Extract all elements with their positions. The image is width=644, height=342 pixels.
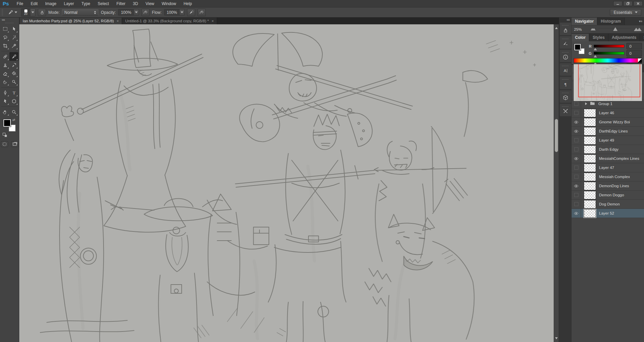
close-button[interactable]: [634, 1, 643, 6]
layer-name[interactable]: Group 1: [595, 102, 613, 106]
document-tab-active[interactable]: Ian Murderhobo Party.psd @ 25% (Layer 52…: [20, 18, 122, 24]
tool-brush[interactable]: [9, 52, 18, 61]
screen-mode-button[interactable]: [11, 141, 18, 147]
layer-row[interactable]: Demon Doggo: [572, 191, 644, 200]
menu-select[interactable]: Select: [94, 0, 113, 7]
visibility-toggle[interactable]: [572, 108, 581, 117]
layer-thumbnail[interactable]: [584, 209, 596, 218]
tool-quick-selection[interactable]: [9, 33, 18, 42]
tool-lasso[interactable]: [1, 33, 9, 42]
layer-thumbnail[interactable]: [584, 200, 596, 209]
panel-button-tool-presets[interactable]: ••••••: [560, 104, 571, 116]
menu-view[interactable]: View: [142, 0, 158, 7]
layer-name[interactable]: Darth Edgy: [596, 147, 619, 151]
tab-adjustments[interactable]: Adjustments: [608, 34, 640, 41]
layer-thumbnail[interactable]: [584, 191, 596, 199]
foreground-color-swatch[interactable]: [574, 44, 581, 50]
layer-name[interactable]: MessiahComplex Lines: [596, 156, 639, 161]
menu-filter[interactable]: Filter: [113, 0, 129, 7]
tool-eraser[interactable]: [1, 69, 9, 78]
menu-window[interactable]: Window: [158, 0, 180, 7]
channel-slider-thumb[interactable]: [594, 55, 597, 57]
layer-row[interactable]: Layer 47: [572, 163, 644, 172]
scroll-up-arrow[interactable]: [555, 27, 558, 29]
panel-button-brush-panel[interactable]: ••••••: [560, 23, 571, 35]
tool-smudge[interactable]: [1, 78, 9, 86]
menu-3d[interactable]: 3D: [129, 0, 142, 7]
panel-menu-icon[interactable]: ▾≡: [639, 18, 644, 25]
channel-slider-thumb[interactable]: [594, 48, 597, 50]
layer-name[interactable]: Gnome Wizzy Boi: [596, 120, 630, 124]
close-icon[interactable]: ×: [117, 19, 119, 23]
foreground-color-swatch[interactable]: [3, 119, 11, 127]
tool-dodge[interactable]: [9, 78, 18, 86]
layer-row[interactable]: Darth Edgy: [572, 145, 644, 154]
scrollbar-thumb[interactable]: [555, 119, 558, 152]
tool-clone-stamp[interactable]: [1, 61, 9, 69]
zoom-in-icon[interactable]: [634, 28, 642, 31]
layer-thumbnail[interactable]: [584, 118, 596, 126]
layer-thumbnail[interactable]: [584, 173, 596, 181]
expand-panels-icon[interactable]: ««: [567, 18, 572, 22]
layer-row[interactable]: DarthEdgy Lines: [572, 127, 644, 136]
tab-swatches[interactable]: Swatches: [640, 34, 644, 41]
tool-paint-bucket[interactable]: [9, 69, 18, 78]
scroll-down-arrow[interactable]: [555, 337, 558, 339]
visibility-toggle[interactable]: [572, 163, 581, 172]
layer-thumbnail[interactable]: [584, 136, 596, 145]
visibility-toggle[interactable]: [572, 200, 581, 209]
layer-thumbnail[interactable]: [584, 145, 596, 154]
tab-color[interactable]: Color: [572, 34, 589, 41]
canvas-viewport[interactable]: [19, 24, 559, 342]
visibility-toggle[interactable]: [572, 136, 581, 145]
visibility-toggle[interactable]: [572, 181, 581, 190]
channel-slider[interactable]: [594, 45, 624, 48]
tool-hand[interactable]: [1, 108, 9, 116]
menu-edit[interactable]: Edit: [27, 0, 42, 7]
layer-row[interactable]: Dog Demon: [572, 200, 644, 209]
channel-value[interactable]: 0: [626, 50, 642, 56]
tool-pen[interactable]: [1, 89, 9, 97]
zoom-out-icon[interactable]: [591, 28, 596, 30]
visibility-toggle[interactable]: [572, 118, 581, 126]
canvas-artwork[interactable]: [19, 24, 554, 342]
color-spectrum-ramp[interactable]: [574, 58, 642, 63]
tool-rectangular-marquee[interactable]: [1, 25, 9, 33]
navigator-viewbox[interactable]: [578, 59, 640, 97]
menu-type[interactable]: Type: [78, 0, 94, 7]
panel-button-brush-presets[interactable]: ••••••: [560, 36, 571, 49]
layer-thumbnail[interactable]: [584, 182, 596, 190]
tool-type[interactable]: [9, 89, 18, 97]
layer-thumbnail[interactable]: [584, 127, 596, 136]
visibility-toggle[interactable]: [572, 172, 581, 181]
blend-mode-select[interactable]: Normal: [62, 9, 98, 16]
zoom-slider-thumb[interactable]: [613, 27, 618, 31]
layer-name[interactable]: Layer 47: [596, 166, 614, 170]
opacity-combo[interactable]: 100%: [118, 9, 139, 16]
visibility-toggle[interactable]: [572, 127, 581, 136]
tool-healing-brush[interactable]: [1, 52, 9, 61]
vertical-scrollbar[interactable]: [554, 24, 559, 342]
layer-name[interactable]: Layer 49: [596, 138, 614, 142]
visibility-toggle[interactable]: [572, 209, 581, 218]
tool-shape[interactable]: [9, 97, 18, 105]
layer-row[interactable]: Gnome Wizzy Boi: [572, 118, 644, 127]
visibility-toggle[interactable]: [572, 154, 581, 163]
panel-button-character[interactable]: ••••••: [560, 63, 571, 76]
tab-navigator[interactable]: Navigator: [572, 18, 597, 25]
toggle-brush-panel-button[interactable]: [38, 9, 46, 16]
pressure-opacity-button[interactable]: [141, 9, 150, 16]
document-tab-inactive[interactable]: Untitled-1 @ 33.3% (Background copy, RGB…: [122, 18, 217, 24]
layer-name[interactable]: Dog Demon: [596, 202, 620, 206]
menu-image[interactable]: Image: [41, 0, 60, 7]
layer-name[interactable]: DemonDog Lines: [596, 184, 629, 188]
panel-button-paragraph[interactable]: ••••••: [560, 77, 571, 89]
zoom-slider[interactable]: [599, 29, 631, 30]
collapse-tools-icon[interactable]: ««: [0, 18, 5, 22]
menu-layer[interactable]: Layer: [60, 0, 78, 7]
panel-button-3d[interactable]: ••••••: [560, 90, 571, 103]
layer-thumbnail[interactable]: [584, 164, 596, 172]
minimize-button[interactable]: [613, 1, 622, 6]
tool-preset-picker[interactable]: [6, 9, 19, 16]
layer-row[interactable]: MessiahComplex Lines: [572, 154, 644, 163]
